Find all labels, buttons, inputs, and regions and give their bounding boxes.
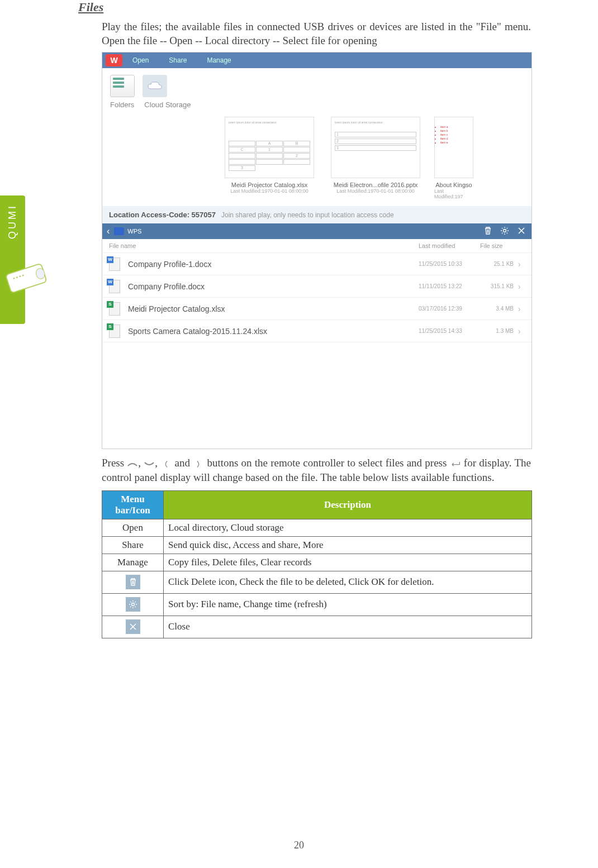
chevron-right-icon[interactable]: › (514, 327, 525, 336)
thumb-item[interactable]: item aitem bitem citem ditem e About Kin… (434, 117, 473, 199)
wps-title: WPS (127, 228, 141, 235)
enter-icon (450, 460, 461, 468)
trash-icon[interactable] (483, 226, 492, 236)
trash-icon (126, 575, 140, 589)
col-filename: File name (109, 242, 419, 249)
thumb-title: About Kingso (435, 182, 472, 188)
thumb-sub: Last Modified:197 (434, 188, 473, 199)
icon-cell (102, 571, 164, 593)
section-title: Files (78, 0, 531, 15)
thumb-title: Meidi Projector Catalog.xlsx (231, 182, 307, 188)
access-code-label: Location Access-Code: 557057 (109, 211, 216, 219)
desc-cell: Copy files, Delete files, Clear records (164, 554, 532, 571)
table-header-desc: Description (164, 490, 532, 519)
file-row[interactable]: WCompany Profile-1.docx11/25/2015 10:332… (102, 253, 531, 275)
after-screenshot-text: Press , , and buttons on the remote cont… (102, 456, 531, 484)
page-number: 20 (0, 840, 598, 851)
table-header-menu: Menu bar/Icon (102, 490, 164, 519)
file-date: 03/17/2016 12:39 (419, 306, 480, 312)
file-name: Sports Camera Catalog-2015.11.24.xlsx (128, 327, 419, 336)
table-row: OpenLocal directory, Cloud storage (102, 519, 532, 536)
desc-cell: Send quick disc, Access and share, More (164, 536, 532, 554)
description-table: Menu bar/Icon Description OpenLocal dire… (102, 490, 532, 638)
wps-bar: ‹ WPS (102, 223, 531, 239)
file-type-icon: S (109, 325, 122, 338)
file-list-header: File name Last modified File size (102, 239, 531, 253)
tab-manage[interactable]: Manage (197, 56, 241, 64)
file-date: 11/25/2015 14:33 (419, 328, 480, 334)
svg-point-7 (131, 603, 134, 606)
desc-cell: Close (164, 616, 532, 638)
file-name: Company Profile-1.docx (128, 260, 419, 269)
thumb-sub: Last Modified:1970-01-01 08:00:00 (336, 188, 415, 194)
down-arc-icon (144, 460, 155, 468)
icon-cell (102, 593, 164, 616)
folders-label: Folders (110, 101, 134, 109)
file-size: 315.1 KB (480, 283, 514, 289)
menu-cell: Share (102, 536, 164, 554)
file-type-icon: W (109, 257, 122, 271)
wps-icon (114, 227, 124, 235)
icon-cell (102, 616, 164, 638)
file-size: 25.1 KB (480, 261, 514, 267)
access-code-bar: Location Access-Code: 557057 Join shared… (102, 206, 531, 223)
tab-open[interactable]: Open (122, 56, 159, 64)
table-row: Sort by: File name, Change time (refresh… (102, 593, 532, 616)
file-row[interactable]: SSports Camera Catalog-2015.11.24.xlsx11… (102, 320, 531, 342)
close-icon (126, 619, 140, 634)
thumb-title: Meidi Electron...ofile 2016.pptx (334, 182, 417, 188)
file-size: 3.4 MB (480, 306, 514, 312)
desc-cell: Click Delete icon, Check the file to be … (164, 571, 532, 593)
desc-cell: Sort by: File name, Change time (refresh… (164, 593, 532, 616)
chevron-right-icon[interactable]: › (514, 304, 525, 313)
cloud-label: Cloud Storage (144, 101, 191, 109)
table-row: Close (102, 616, 532, 638)
right-arc-icon (193, 460, 204, 468)
tab-share[interactable]: Share (159, 56, 197, 64)
app-screenshot: W Open Share Manage Folders Cloud Storag… (102, 52, 532, 449)
folders-icon[interactable] (110, 75, 135, 97)
side-device-image (0, 254, 53, 304)
menu-cell: Manage (102, 554, 164, 571)
gear-icon[interactable] (500, 226, 509, 236)
menu-cell: Open (102, 519, 164, 536)
file-name: Meidi Projector Catalog.xlsx (128, 304, 419, 313)
file-type-icon: W (109, 280, 122, 293)
thumb-sub: Last Modified:1970-01-01 08:00:00 (230, 188, 309, 194)
app-logo: W (106, 54, 122, 66)
up-arc-icon (127, 460, 138, 468)
back-icon[interactable]: ‹ (102, 226, 114, 236)
thumb-item[interactable]: lorem ipsum dolor sit amet consecteturAB… (222, 117, 317, 199)
table-row: Click Delete icon, Check the file to be … (102, 571, 532, 593)
file-row[interactable]: SMeidi Projector Catalog.xlsx03/17/2016 … (102, 298, 531, 320)
col-size: File size (480, 242, 525, 249)
svg-point-6 (504, 230, 506, 232)
table-row: ManageCopy files, Delete files, Clear re… (102, 554, 532, 571)
cloud-icon[interactable] (143, 75, 167, 97)
file-date: 11/25/2015 10:33 (419, 261, 480, 267)
app-top-bar: W Open Share Manage (102, 53, 531, 68)
col-modified: Last modified (419, 242, 480, 249)
gear-icon (126, 597, 140, 612)
chevron-right-icon[interactable]: › (514, 282, 525, 291)
desc-cell: Local directory, Cloud storage (164, 519, 532, 536)
file-name: Company Profile.docx (128, 282, 419, 291)
file-row[interactable]: WCompany Profile.docx11/11/2015 13:22315… (102, 275, 531, 298)
chevron-right-icon[interactable]: › (514, 260, 525, 269)
table-row: ShareSend quick disc, Access and share, … (102, 536, 532, 554)
file-size: 1.3 MB (480, 328, 514, 334)
left-arc-icon (160, 460, 172, 468)
intro-text: Play the files; the available files in c… (102, 20, 531, 47)
file-date: 11/11/2015 13:22 (419, 283, 480, 289)
access-hint: Join shared play, only needs to input lo… (221, 211, 394, 219)
side-tab-label: QUMI (7, 204, 18, 239)
file-type-icon: S (109, 302, 122, 316)
thumb-item[interactable]: lorem ipsum dolor sit amet consectetur12… (328, 117, 423, 199)
close-icon[interactable] (517, 226, 526, 236)
